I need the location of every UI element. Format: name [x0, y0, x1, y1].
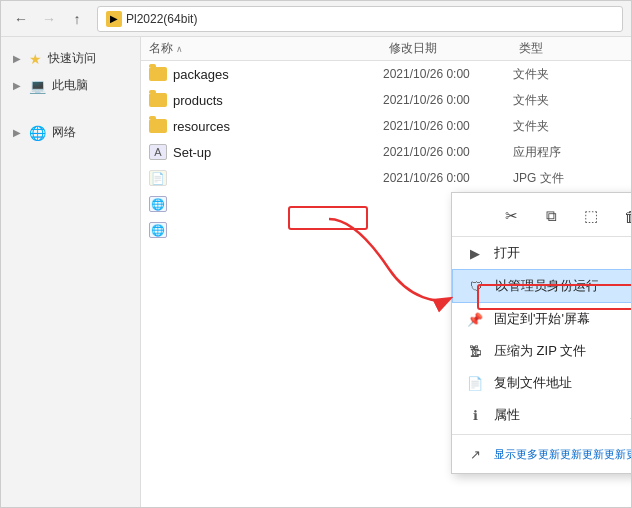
context-menu-icon-bar: ✂ ⧉ ⬚ 🗑	[452, 196, 631, 237]
file-list: 名称 ∧ 修改日期 类型 packages 2021/10/26 0:00 文件…	[141, 37, 631, 507]
cut-icon-button[interactable]: ✂	[497, 202, 525, 230]
context-menu: ✂ ⧉ ⬚ 🗑 ▶ 打开 Enter 🛡 以管理员身份运行	[451, 192, 631, 474]
toolbar: ← → ↑ ▶ Pl2022(64bit)	[1, 1, 631, 37]
file-name: products	[173, 93, 383, 108]
show-more-label: 显示更多更新更新更新更新更新更新更新更新更新更新更新更新更址	[494, 447, 631, 462]
col-date-header[interactable]: 修改日期	[389, 40, 519, 57]
sidebar: ▶ ★ 快速访问 ▶ 💻 此电脑 ▶ 🌐 网络	[1, 37, 141, 507]
file-icon: 🌐	[149, 196, 167, 212]
sidebar-item-network[interactable]: ▶ 🌐 网络	[1, 119, 140, 146]
main-area: ▶ ★ 快速访问 ▶ 💻 此电脑 ▶ 🌐 网络 名称 ∧	[1, 37, 631, 507]
file-type: JPG 文件	[513, 170, 564, 187]
file-icon: 📄	[149, 170, 167, 186]
address-path: Pl2022(64bit)	[126, 12, 197, 26]
star-icon: ★	[29, 51, 42, 67]
file-type: 应用程序	[513, 144, 561, 161]
exe-icon: A	[149, 144, 167, 160]
context-menu-item-show-more[interactable]: ↗ 显示更多更新更新更新更新更新更新更新更新更新更新更新更新更址	[452, 438, 631, 470]
file-type: 文件夹	[513, 92, 549, 109]
column-headers: 名称 ∧ 修改日期 类型	[141, 37, 631, 61]
file-name: Set-up	[173, 145, 383, 160]
col-type-header[interactable]: 类型	[519, 40, 543, 57]
paste-icon-button[interactable]: ⬚	[577, 202, 605, 230]
open-icon: ▶	[466, 244, 484, 262]
sidebar-label-this-pc: 此电脑	[52, 77, 88, 94]
zip-icon: 🗜	[466, 342, 484, 360]
context-menu-item-open[interactable]: ▶ 打开 Enter	[452, 237, 631, 269]
forward-button[interactable]: →	[37, 7, 61, 31]
file-date: 2021/10/26 0:00	[383, 171, 513, 185]
file-name: resources	[173, 119, 383, 134]
sort-arrow-icon: ∧	[176, 44, 183, 54]
table-row[interactable]: 📄 2021/10/26 0:00 JPG 文件	[141, 165, 631, 191]
separator	[452, 434, 631, 435]
open-label: 打开	[494, 244, 631, 262]
sidebar-label-quick-access: 快速访问	[48, 50, 96, 67]
context-menu-item-run-as-admin[interactable]: 🛡 以管理员身份运行	[452, 269, 631, 303]
pc-icon: 💻	[29, 78, 46, 94]
delete-icon-button[interactable]: 🗑	[617, 202, 631, 230]
sidebar-item-quick-access[interactable]: ▶ ★ 快速访问	[1, 45, 140, 72]
context-menu-item-copy-path[interactable]: 📄 复制文件地址	[452, 367, 631, 399]
context-menu-item-properties[interactable]: ℹ 属性 Alt+Enter	[452, 399, 631, 431]
context-menu-item-pin-start[interactable]: 📌 固定到'开始'屏幕	[452, 303, 631, 335]
network-icon: 🌐	[29, 125, 46, 141]
shield-icon: 🛡	[467, 277, 485, 295]
file-type: 文件夹	[513, 66, 549, 83]
folder-icon	[149, 67, 167, 81]
chevron-icon: ▶	[13, 127, 21, 138]
file-date: 2021/10/26 0:00	[383, 93, 513, 107]
copy-icon-button[interactable]: ⧉	[537, 202, 565, 230]
file-name: packages	[173, 67, 383, 82]
pin-icon: 📌	[466, 310, 484, 328]
sidebar-label-network: 网络	[52, 124, 76, 141]
properties-icon: ℹ	[466, 406, 484, 424]
back-button[interactable]: ←	[9, 7, 33, 31]
context-menu-item-compress-zip[interactable]: 🗜 压缩为 ZIP 文件	[452, 335, 631, 367]
explorer-window: ← → ↑ ▶ Pl2022(64bit) ▶ ★ 快速访问 ▶ 💻 此电脑 ▶…	[0, 0, 632, 508]
folder-icon	[149, 93, 167, 107]
file-type: 文件夹	[513, 118, 549, 135]
col-name-header[interactable]: 名称 ∧	[149, 40, 389, 57]
show-more-icon: ↗	[466, 445, 484, 463]
copy-path-label: 复制文件地址	[494, 374, 631, 392]
run-as-admin-label: 以管理员身份运行	[495, 277, 631, 295]
table-row[interactable]: resources 2021/10/26 0:00 文件夹	[141, 113, 631, 139]
setup-file-row[interactable]: A Set-up 2021/10/26 0:00 应用程序	[141, 139, 631, 165]
sidebar-item-this-pc[interactable]: ▶ 💻 此电脑	[1, 72, 140, 99]
chevron-icon: ▶	[13, 53, 21, 64]
file-icon: 🌐	[149, 222, 167, 238]
file-date: 2021/10/26 0:00	[383, 145, 513, 159]
address-bar[interactable]: ▶ Pl2022(64bit)	[97, 6, 623, 32]
table-row[interactable]: products 2021/10/26 0:00 文件夹	[141, 87, 631, 113]
file-date: 2021/10/26 0:00	[383, 119, 513, 133]
compress-zip-label: 压缩为 ZIP 文件	[494, 342, 631, 360]
properties-shortcut: Alt+Enter	[630, 409, 631, 421]
chevron-icon: ▶	[13, 80, 21, 91]
properties-label: 属性	[494, 406, 620, 424]
table-row[interactable]: packages 2021/10/26 0:00 文件夹	[141, 61, 631, 87]
copy-path-icon: 📄	[466, 374, 484, 392]
pin-start-label: 固定到'开始'屏幕	[494, 310, 631, 328]
up-button[interactable]: ↑	[65, 7, 89, 31]
folder-icon	[149, 119, 167, 133]
file-date: 2021/10/26 0:00	[383, 67, 513, 81]
address-folder-icon: ▶	[106, 11, 122, 27]
